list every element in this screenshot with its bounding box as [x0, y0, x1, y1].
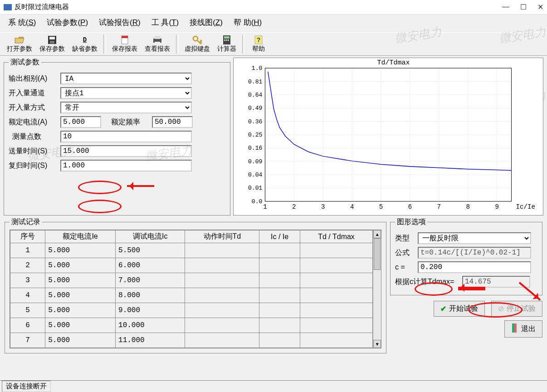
- exit-button[interactable]: 退出: [504, 320, 542, 338]
- test-records-panel: 测试记录 序号额定电流Ie调试电流Ic动作时间TdIc / IeTd / Tdm…: [5, 217, 386, 353]
- close-button[interactable]: ✕: [537, 3, 543, 11]
- svg-rect-4: [49, 37, 55, 39]
- table-scrollbar[interactable]: ▲ ▼: [373, 230, 381, 348]
- maximize-button[interactable]: ☐: [520, 3, 527, 11]
- scroll-down-icon[interactable]: ▼: [373, 340, 381, 348]
- table-row[interactable]: 75.00011.000: [10, 333, 373, 348]
- stop-test-button[interactable]: ⊘ 停止试验: [491, 301, 542, 317]
- status-bar: 设备连接断开: [0, 380, 547, 392]
- cell: [259, 303, 300, 318]
- rated-current-label: 额定电流(A): [9, 118, 59, 127]
- rated-current-input[interactable]: [60, 116, 101, 128]
- default-params-button[interactable]: D缺省参数: [69, 34, 101, 54]
- output-phase-label: 输出相别(A): [9, 74, 59, 83]
- help-button[interactable]: ?帮助: [248, 34, 269, 54]
- di-channel-select[interactable]: 接点1: [60, 87, 192, 99]
- cell: 5.500: [116, 243, 185, 258]
- open-params-button[interactable]: 打开参数: [4, 34, 35, 54]
- points-input[interactable]: [60, 131, 192, 142]
- svg-rect-5: [50, 41, 54, 44]
- records-table: 序号额定电流Ie调试电流Ic动作时间TdIc / IeTd / Tdmax 15…: [10, 230, 373, 348]
- table-row[interactable]: 35.0007.000: [10, 273, 373, 288]
- view-report-button[interactable]: 查看报表: [142, 34, 173, 54]
- cell: [300, 258, 373, 273]
- svg-rect-15: [226, 39, 227, 41]
- chart-ytitle: Td/Tdmax: [377, 59, 410, 67]
- cell: 5.000: [45, 258, 116, 273]
- menu-help[interactable]: 帮 助(H): [234, 17, 262, 28]
- virtual-keyboard-button[interactable]: 虚拟键盘: [181, 34, 213, 54]
- svg-rect-13: [224, 36, 230, 39]
- cell: [259, 243, 300, 258]
- table-row[interactable]: 25.0006.000: [10, 258, 373, 273]
- folder-open-icon: [15, 35, 24, 45]
- cell: [259, 288, 300, 303]
- menubar: 系 统(S) 试验参数(P) 试验报告(R) 工 具(T) 接线图(Z) 帮 助…: [0, 15, 547, 32]
- di-mode-select[interactable]: 常开: [60, 102, 192, 113]
- cell: [259, 273, 300, 288]
- formula-label: 公式: [395, 248, 416, 258]
- start-test-button[interactable]: ✔ 开始试验: [434, 301, 485, 317]
- connection-status: 设备连接断开: [2, 381, 51, 392]
- curve-type-select[interactable]: 一般反时限: [418, 232, 531, 244]
- svg-rect-2: [7, 5, 9, 9]
- save-report-button[interactable]: 保存报表: [109, 34, 141, 54]
- table-row[interactable]: 55.0009.000: [10, 303, 373, 318]
- cell: [259, 333, 300, 348]
- svg-text:1.0: 1.0: [252, 65, 263, 72]
- cell: 1: [10, 243, 45, 258]
- menu-report[interactable]: 试验报告(R): [99, 17, 141, 28]
- scroll-up-icon[interactable]: ▲: [373, 230, 381, 238]
- cell: [300, 333, 373, 348]
- graph-options-legend: 图形选项: [395, 217, 428, 227]
- svg-rect-63: [514, 323, 517, 333]
- save-params-button[interactable]: 保存参数: [36, 34, 68, 54]
- reset-time-input[interactable]: [60, 160, 192, 172]
- cell: [300, 273, 373, 288]
- di-channel-label: 开入量通道: [9, 88, 59, 98]
- svg-text:0.16: 0.16: [248, 145, 262, 152]
- scroll-thumb[interactable]: [374, 238, 381, 270]
- c-input[interactable]: [418, 261, 531, 273]
- svg-rect-1: [5, 5, 6, 9]
- calculator-button[interactable]: 计算器: [214, 34, 239, 54]
- window-title: 反时限过流继电器: [15, 3, 69, 11]
- cell: 7: [10, 333, 45, 348]
- cell: [300, 318, 373, 333]
- titlebar: 反时限过流继电器 — ☐ ✕: [0, 0, 547, 15]
- type-label: 类型: [395, 234, 416, 243]
- svg-text:9: 9: [495, 203, 498, 211]
- table-row[interactable]: 45.0008.000: [10, 288, 373, 303]
- cell: [300, 243, 373, 258]
- menu-wiring[interactable]: 接线图(Z): [190, 17, 223, 28]
- send-time-input[interactable]: [60, 145, 192, 157]
- minimize-button[interactable]: —: [502, 3, 509, 11]
- door-icon: [511, 323, 518, 334]
- cell: 10.000: [116, 318, 185, 333]
- svg-text:Ic/Ie: Ic/Ie: [516, 203, 535, 211]
- svg-rect-16: [228, 39, 229, 41]
- cell: 2: [10, 258, 45, 273]
- svg-text:0.64: 0.64: [248, 92, 263, 98]
- cell: [185, 333, 259, 348]
- cell: 5.000: [45, 318, 116, 333]
- svg-text:0.09: 0.09: [248, 158, 262, 165]
- svg-text:4: 4: [350, 203, 354, 211]
- output-phase-select[interactable]: IA: [60, 73, 192, 84]
- menu-params[interactable]: 试验参数(P): [47, 17, 88, 28]
- cell: 7.000: [116, 273, 185, 288]
- cell: 4: [10, 288, 45, 303]
- table-row[interactable]: 65.00010.000: [10, 318, 373, 333]
- svg-text:0.36: 0.36: [248, 118, 262, 125]
- cell: 5: [10, 303, 45, 318]
- rated-freq-input[interactable]: [152, 116, 193, 128]
- col-header: Td / Tdmax: [300, 230, 373, 243]
- floppy-icon: [48, 35, 57, 45]
- menu-system[interactable]: 系 统(S): [8, 17, 36, 28]
- col-header: 序号: [10, 230, 45, 243]
- formula-display: [418, 247, 531, 259]
- table-row[interactable]: 15.0005.500: [10, 243, 373, 258]
- app-icon: [4, 4, 12, 10]
- test-params-legend: 测试参数: [9, 58, 41, 67]
- menu-tools[interactable]: 工 具(T): [151, 17, 179, 28]
